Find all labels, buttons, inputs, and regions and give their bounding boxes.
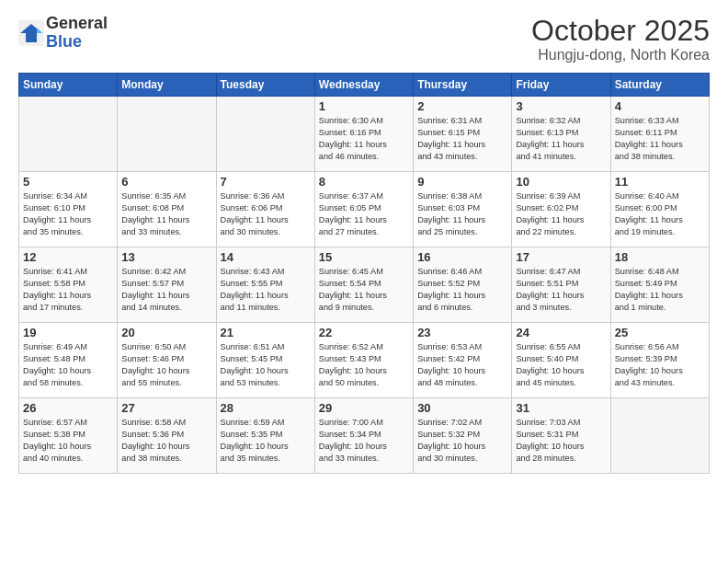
day-number: 2: [417, 99, 507, 113]
calendar-cell: 21Sunrise: 6:51 AM Sunset: 5:45 PM Dayli…: [216, 323, 314, 398]
calendar-cell: 1Sunrise: 6:30 AM Sunset: 6:16 PM Daylig…: [314, 97, 413, 172]
day-info: Sunrise: 6:39 AM Sunset: 6:02 PM Dayligh…: [516, 190, 606, 238]
calendar-cell: 30Sunrise: 7:02 AM Sunset: 5:32 PM Dayli…: [414, 398, 512, 474]
col-thursday: Thursday: [414, 74, 512, 97]
day-number: 17: [516, 250, 606, 264]
day-number: 16: [417, 250, 507, 264]
col-monday: Monday: [118, 74, 216, 97]
day-info: Sunrise: 6:55 AM Sunset: 5:40 PM Dayligh…: [516, 341, 606, 389]
day-info: Sunrise: 6:36 AM Sunset: 6:06 PM Dayligh…: [221, 190, 311, 238]
day-info: Sunrise: 6:30 AM Sunset: 6:16 PM Dayligh…: [319, 115, 409, 163]
day-number: 18: [615, 250, 705, 264]
day-number: 10: [516, 175, 606, 189]
day-number: 13: [121, 250, 211, 264]
day-info: Sunrise: 6:46 AM Sunset: 5:52 PM Dayligh…: [417, 266, 507, 314]
calendar-week-2: 5Sunrise: 6:34 AM Sunset: 6:10 PM Daylig…: [19, 172, 710, 247]
day-number: 21: [221, 326, 311, 339]
calendar-cell: 18Sunrise: 6:48 AM Sunset: 5:49 PM Dayli…: [610, 247, 709, 323]
day-number: 5: [23, 175, 113, 189]
calendar-table: Sunday Monday Tuesday Wednesday Thursday…: [18, 73, 710, 474]
day-number: 28: [221, 401, 311, 415]
calendar-week-5: 26Sunrise: 6:57 AM Sunset: 5:38 PM Dayli…: [19, 398, 710, 474]
logo-icon: [18, 20, 44, 46]
calendar-cell: 12Sunrise: 6:41 AM Sunset: 5:58 PM Dayli…: [19, 247, 118, 323]
day-number: 7: [221, 175, 311, 189]
calendar-cell: [610, 398, 709, 474]
calendar-cell: 28Sunrise: 6:59 AM Sunset: 5:35 PM Dayli…: [216, 398, 314, 474]
day-number: 29: [319, 401, 409, 415]
day-info: Sunrise: 6:42 AM Sunset: 5:57 PM Dayligh…: [121, 266, 211, 314]
day-number: 9: [417, 175, 507, 189]
day-number: 4: [615, 99, 705, 113]
calendar-cell: 15Sunrise: 6:45 AM Sunset: 5:54 PM Dayli…: [314, 247, 413, 323]
calendar-cell: 10Sunrise: 6:39 AM Sunset: 6:02 PM Dayli…: [512, 172, 610, 247]
day-number: 19: [23, 326, 113, 339]
day-info: Sunrise: 6:52 AM Sunset: 5:43 PM Dayligh…: [319, 341, 409, 389]
day-info: Sunrise: 6:59 AM Sunset: 5:35 PM Dayligh…: [221, 417, 311, 465]
day-number: 11: [615, 175, 705, 189]
day-number: 15: [319, 250, 409, 264]
calendar-cell: 14Sunrise: 6:43 AM Sunset: 5:55 PM Dayli…: [216, 247, 314, 323]
col-tuesday: Tuesday: [216, 74, 314, 97]
day-info: Sunrise: 6:38 AM Sunset: 6:03 PM Dayligh…: [417, 190, 507, 238]
calendar-cell: 20Sunrise: 6:50 AM Sunset: 5:46 PM Dayli…: [118, 323, 216, 398]
day-info: Sunrise: 7:02 AM Sunset: 5:32 PM Dayligh…: [417, 417, 507, 465]
col-wednesday: Wednesday: [314, 74, 413, 97]
day-number: 25: [615, 326, 705, 339]
calendar-cell: 5Sunrise: 6:34 AM Sunset: 6:10 PM Daylig…: [19, 172, 118, 247]
day-info: Sunrise: 6:34 AM Sunset: 6:10 PM Dayligh…: [23, 190, 113, 238]
calendar-week-4: 19Sunrise: 6:49 AM Sunset: 5:48 PM Dayli…: [19, 323, 710, 398]
day-number: 31: [516, 401, 606, 415]
day-info: Sunrise: 6:31 AM Sunset: 6:15 PM Dayligh…: [417, 115, 507, 163]
calendar-week-3: 12Sunrise: 6:41 AM Sunset: 5:58 PM Dayli…: [19, 247, 710, 323]
calendar-cell: 29Sunrise: 7:00 AM Sunset: 5:34 PM Dayli…: [314, 398, 413, 474]
day-info: Sunrise: 6:37 AM Sunset: 6:05 PM Dayligh…: [319, 190, 409, 238]
col-saturday: Saturday: [610, 74, 709, 97]
day-number: 12: [23, 250, 113, 264]
calendar-cell: 24Sunrise: 6:55 AM Sunset: 5:40 PM Dayli…: [512, 323, 610, 398]
day-info: Sunrise: 6:45 AM Sunset: 5:54 PM Dayligh…: [319, 266, 409, 314]
month-title: October 2025: [531, 15, 710, 47]
day-number: 14: [221, 250, 311, 264]
calendar-cell: 3Sunrise: 6:32 AM Sunset: 6:13 PM Daylig…: [512, 97, 610, 172]
logo-blue-text: Blue: [46, 32, 82, 51]
calendar-cell: 8Sunrise: 6:37 AM Sunset: 6:05 PM Daylig…: [314, 172, 413, 247]
title-block: October 2025 Hungju-dong, North Korea: [531, 15, 710, 63]
calendar-header-row: Sunday Monday Tuesday Wednesday Thursday…: [19, 74, 710, 97]
calendar-cell: 26Sunrise: 6:57 AM Sunset: 5:38 PM Dayli…: [19, 398, 118, 474]
calendar-cell: 4Sunrise: 6:33 AM Sunset: 6:11 PM Daylig…: [610, 97, 709, 172]
calendar-week-1: 1Sunrise: 6:30 AM Sunset: 6:16 PM Daylig…: [19, 97, 710, 172]
day-info: Sunrise: 6:51 AM Sunset: 5:45 PM Dayligh…: [221, 341, 311, 389]
calendar-cell: 31Sunrise: 7:03 AM Sunset: 5:31 PM Dayli…: [512, 398, 610, 474]
day-info: Sunrise: 6:47 AM Sunset: 5:51 PM Dayligh…: [516, 266, 606, 314]
calendar-cell: 16Sunrise: 6:46 AM Sunset: 5:52 PM Dayli…: [414, 247, 512, 323]
day-info: Sunrise: 6:58 AM Sunset: 5:36 PM Dayligh…: [121, 417, 211, 465]
day-number: 27: [121, 401, 211, 415]
calendar-cell: 23Sunrise: 6:53 AM Sunset: 5:42 PM Dayli…: [414, 323, 512, 398]
calendar-cell: [118, 97, 216, 172]
day-info: Sunrise: 6:35 AM Sunset: 6:08 PM Dayligh…: [121, 190, 211, 238]
day-info: Sunrise: 6:32 AM Sunset: 6:13 PM Dayligh…: [516, 115, 606, 163]
page: General Blue October 2025 Hungju-dong, N…: [0, 0, 728, 563]
day-info: Sunrise: 7:03 AM Sunset: 5:31 PM Dayligh…: [516, 417, 606, 465]
day-info: Sunrise: 7:00 AM Sunset: 5:34 PM Dayligh…: [319, 417, 409, 465]
day-number: 24: [516, 326, 606, 339]
calendar-cell: [19, 97, 118, 172]
day-number: 1: [319, 99, 409, 113]
day-number: 8: [319, 175, 409, 189]
day-number: 23: [417, 326, 507, 339]
day-number: 26: [23, 401, 113, 415]
col-sunday: Sunday: [19, 74, 118, 97]
day-info: Sunrise: 6:53 AM Sunset: 5:42 PM Dayligh…: [417, 341, 507, 389]
day-info: Sunrise: 6:57 AM Sunset: 5:38 PM Dayligh…: [23, 417, 113, 465]
calendar-cell: [216, 97, 314, 172]
day-info: Sunrise: 6:41 AM Sunset: 5:58 PM Dayligh…: [23, 266, 113, 314]
calendar-cell: 19Sunrise: 6:49 AM Sunset: 5:48 PM Dayli…: [19, 323, 118, 398]
day-number: 22: [319, 326, 409, 339]
calendar-cell: 17Sunrise: 6:47 AM Sunset: 5:51 PM Dayli…: [512, 247, 610, 323]
day-info: Sunrise: 6:43 AM Sunset: 5:55 PM Dayligh…: [221, 266, 311, 314]
location-subtitle: Hungju-dong, North Korea: [531, 47, 710, 63]
logo-general-text: General: [46, 14, 108, 32]
calendar-cell: 2Sunrise: 6:31 AM Sunset: 6:15 PM Daylig…: [414, 97, 512, 172]
calendar-cell: 27Sunrise: 6:58 AM Sunset: 5:36 PM Dayli…: [118, 398, 216, 474]
